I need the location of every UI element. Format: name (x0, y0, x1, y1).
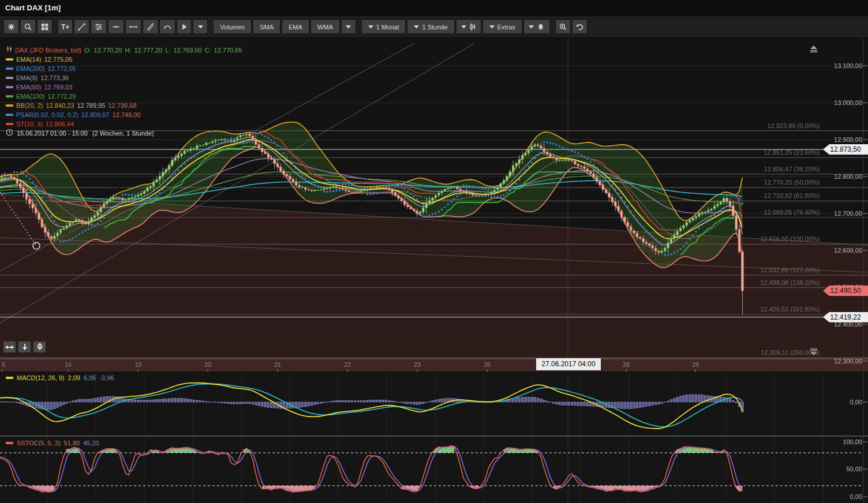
indicator-label: ST(10, 3) (16, 119, 43, 129)
indicator-legend-row[interactable]: BB(20, 2)12.840,2312.789,9512.739,68 (6, 101, 248, 110)
instrument-name: DAX (JFD Brokers, bid) (15, 46, 81, 55)
date-axis-label: 26 (477, 361, 497, 368)
indicator-value: 12.739,68 (108, 101, 136, 110)
scroll-horizontal-button[interactable] (3, 341, 16, 353)
volumen-button[interactable]: Volumen (213, 20, 252, 34)
macd-legend[interactable]: MACD(12, 26, 9) 2,09 6,05 -3,96 (6, 374, 117, 381)
fib-level-label: 12.616,50 (100.00%) (760, 235, 820, 243)
segment-tool-button[interactable] (125, 20, 141, 34)
indicator-value: 12.769,03 (44, 82, 72, 92)
pencil-icon (146, 22, 155, 31)
zoom-in-icon (559, 22, 567, 31)
undo-button[interactable] (572, 20, 588, 34)
indicator-value: 12.773,36 (40, 73, 69, 82)
extras-dropdown[interactable]: Extras (482, 20, 522, 34)
indicator-legend-row[interactable]: EMA(100)12.772,29 (6, 92, 248, 101)
hline-tool-button[interactable] (108, 20, 124, 34)
tools-dropdown[interactable] (193, 20, 208, 34)
macd-axis-label: 0,00 (850, 398, 862, 406)
zoom-in-button[interactable] (555, 20, 571, 34)
interval-dropdown[interactable]: 1 Stunde (407, 20, 454, 34)
indicator-value: 12.775,05 (44, 55, 72, 64)
search-button[interactable] (20, 20, 36, 34)
scroll-down-button[interactable] (18, 341, 31, 353)
sstoc-axis-label: 0,00 (850, 493, 862, 501)
macd-label: MACD(12, 26, 9) (17, 374, 65, 381)
indicator-legend-row[interactable]: ST(10, 3)12.806,44 (6, 119, 248, 129)
sstoc-d-value: 45,20 (83, 440, 99, 446)
crosshair-date-tooltip: 27.06.2017 04:00 (536, 358, 601, 370)
indicator-label: EMA(14) (16, 55, 41, 64)
search-icon (24, 22, 32, 31)
alerts-dropdown[interactable] (523, 20, 550, 34)
range-dropdown[interactable]: 1 Monat (361, 20, 406, 34)
indicator-legend-row[interactable]: EMA(14)12.775,05 (6, 55, 248, 64)
trendline-tool-button[interactable] (74, 20, 89, 34)
timeline-range: 15.06.2017 01:00 - 15:00 (17, 129, 88, 138)
ohlc-value: 12.769,50 (174, 47, 202, 54)
sstoc-label: SSTOC(5, 5, 3) (17, 440, 61, 446)
indicator-legend-row[interactable]: EMA(200)12.772,05 (6, 64, 248, 73)
indicator-legend-row[interactable]: EMA(50)12.769,03 (6, 82, 248, 92)
timeline-row: 15.06.2017 01:00 - 15:00 (2 Wochen, 1 St… (6, 129, 248, 138)
grid-icon (40, 22, 49, 31)
ema-button[interactable]: EMA (282, 20, 309, 34)
indicator-label: EMA(200) (16, 64, 45, 73)
gear-icon (7, 22, 16, 31)
indicator-value: 12.809,07 (81, 110, 110, 119)
arc-tool-button[interactable] (159, 20, 175, 34)
play-button[interactable] (177, 20, 192, 34)
undo-icon (575, 22, 584, 31)
trendline-icon (77, 22, 86, 31)
text-tool-button[interactable]: T+ (58, 20, 73, 34)
indicator-swatch (6, 104, 13, 107)
charttype-dropdown[interactable] (456, 20, 481, 34)
macd-swatch (6, 377, 13, 379)
chevron-down-icon (461, 25, 466, 29)
range-dropdown-label: 1 Monat (376, 24, 399, 31)
sstoc-legend[interactable]: SSTOC(5, 5, 3) 51,80 45,20 (6, 440, 103, 446)
fib-level-label: 12.923,89 (0.00%) (767, 122, 820, 130)
date-axis-label: 29 (686, 361, 705, 368)
down-arrow-icon (22, 342, 28, 352)
price-axis-label: 12.700,00 (834, 209, 862, 217)
price-axis-label: 13.000,00 (834, 99, 862, 107)
price-axis-label: 12.300,00 (834, 357, 862, 365)
alert-price-tag[interactable]: 12.873,50 (823, 144, 868, 155)
window-title: Chart DAX [1m] (0, 0, 868, 16)
price-axis-label: 12.900,00 (834, 136, 862, 144)
instrument-legend-row[interactable]: DAX (JFD Brokers, bid) O:12.770,20H:12.7… (6, 46, 248, 55)
candlestick-mini-icon (6, 46, 13, 55)
fib-level-label: 12.733,92 (61.80%) (764, 192, 820, 200)
macd-value: 2,09 (68, 374, 80, 381)
chevron-down-icon (346, 25, 351, 29)
ohlc-value: 12.770,20 (94, 47, 122, 54)
wma-button[interactable]: WMA (310, 20, 340, 34)
chart-legend: DAX (JFD Brokers, bid) O:12.770,20H:12.7… (6, 46, 248, 138)
sma-button[interactable]: SMA (253, 20, 280, 34)
layout-grid-button[interactable] (37, 20, 53, 34)
date-axis-label: 16 (58, 361, 78, 368)
compress-vertical-icon (36, 342, 43, 352)
chevron-down-icon (368, 25, 373, 29)
alert-price-tag[interactable]: 12.419,22 (823, 312, 868, 322)
indicator-swatch (6, 95, 13, 97)
indicator-swatch (6, 114, 13, 116)
indicator-label: EMA(9) (16, 73, 38, 82)
fib-level-label: 12.532,89 (127.20%) (760, 266, 820, 274)
eject-up-icon (808, 45, 820, 55)
ohlc-key: H: (125, 47, 131, 54)
autoscale-button[interactable] (33, 341, 46, 353)
sstoc-axis-label: 50,00 (846, 465, 862, 473)
settings-button[interactable] (3, 20, 19, 34)
indicator-legend-row[interactable]: EMA(9)12.773,36 (6, 73, 248, 82)
indicator-legend-row[interactable]: PSAR(0.02, 0.02, 0.2)12.809,0712.749,00 (6, 110, 248, 119)
toolbar: T+ (0, 16, 868, 38)
draw-tool-button[interactable] (143, 20, 158, 34)
date-axis-label: 22 (338, 361, 357, 368)
indicator-settings-button[interactable] (91, 20, 107, 34)
sstoc-axis-label: 100,00 (843, 438, 862, 446)
ma-dropdown[interactable] (341, 20, 356, 34)
collapse-top-button[interactable] (808, 45, 820, 55)
ohlc-key: C: (205, 47, 211, 54)
